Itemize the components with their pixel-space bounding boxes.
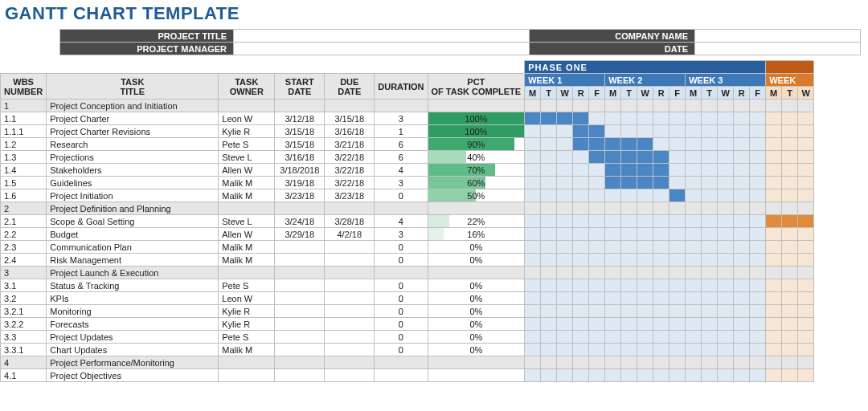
- duration-cell[interactable]: 6: [375, 151, 428, 164]
- gantt-cell[interactable]: [718, 189, 734, 202]
- gantt-cell[interactable]: [557, 241, 573, 254]
- owner-cell[interactable]: Leon W: [219, 292, 275, 305]
- gantt-cell[interactable]: [798, 151, 814, 164]
- gantt-cell[interactable]: [782, 215, 798, 228]
- pct-complete-cell[interactable]: 50%: [428, 189, 525, 202]
- gantt-cell[interactable]: [734, 164, 750, 177]
- gantt-cell[interactable]: [653, 215, 669, 228]
- gantt-cell[interactable]: [686, 344, 702, 356]
- gantt-cell[interactable]: [605, 138, 621, 151]
- gantt-cell[interactable]: [702, 292, 718, 305]
- gantt-cell[interactable]: [702, 241, 718, 254]
- gantt-cell[interactable]: [669, 177, 686, 189]
- due-date-cell[interactable]: [325, 369, 375, 382]
- task-row[interactable]: 4.1Project Objectives: [1, 369, 814, 382]
- gantt-cell[interactable]: [605, 228, 621, 241]
- owner-cell[interactable]: Pete S: [219, 138, 275, 151]
- gantt-cell[interactable]: [798, 369, 814, 382]
- duration-cell[interactable]: 0: [375, 279, 428, 292]
- gantt-cell[interactable]: [702, 228, 718, 241]
- gantt-cell[interactable]: [750, 125, 766, 138]
- gantt-cell[interactable]: [766, 125, 782, 138]
- due-date-cell[interactable]: [325, 292, 375, 305]
- gantt-cell[interactable]: [589, 215, 605, 228]
- gantt-cell[interactable]: [750, 318, 766, 331]
- section-row[interactable]: 3Project Launch & Execution: [1, 267, 814, 279]
- gantt-cell[interactable]: [621, 138, 637, 151]
- task-row[interactable]: 2.4Risk ManagementMalik M00%: [1, 254, 814, 267]
- task-title-cell[interactable]: Project Charter: [47, 112, 219, 125]
- owner-cell[interactable]: Allen W: [219, 228, 275, 241]
- gantt-cell[interactable]: [718, 164, 734, 177]
- gantt-cell[interactable]: [557, 344, 573, 356]
- gantt-cell[interactable]: [653, 279, 669, 292]
- gantt-cell[interactable]: [798, 138, 814, 151]
- gantt-cell[interactable]: [766, 112, 782, 125]
- gantt-cell[interactable]: [541, 279, 557, 292]
- owner-cell[interactable]: Malik M: [219, 344, 275, 356]
- gantt-cell[interactable]: [718, 215, 734, 228]
- gantt-cell[interactable]: [605, 279, 621, 292]
- gantt-cell[interactable]: [557, 112, 573, 125]
- gantt-cell[interactable]: [686, 241, 702, 254]
- gantt-cell[interactable]: [637, 164, 653, 177]
- gantt-cell[interactable]: [621, 164, 637, 177]
- wbs-cell[interactable]: 3.3: [1, 331, 47, 344]
- gantt-cell[interactable]: [702, 177, 718, 189]
- pct-complete-cell[interactable]: 22%: [428, 215, 525, 228]
- gantt-cell[interactable]: [525, 228, 541, 241]
- gantt-cell[interactable]: [734, 112, 750, 125]
- due-date-cell[interactable]: 3/23/18: [325, 189, 375, 202]
- gantt-cell[interactable]: [686, 112, 702, 125]
- duration-cell[interactable]: 0: [375, 292, 428, 305]
- due-date-cell[interactable]: 3/16/18: [325, 125, 375, 138]
- task-title-cell[interactable]: Projections: [47, 151, 219, 164]
- task-row[interactable]: 2.2BudgetAllen W3/29/184/2/18316%: [1, 228, 814, 241]
- wbs-cell[interactable]: 2.2: [1, 228, 47, 241]
- gantt-cell[interactable]: [782, 318, 798, 331]
- gantt-cell[interactable]: [541, 125, 557, 138]
- section-row[interactable]: 1Project Conception and Initiation: [1, 100, 814, 112]
- gantt-cell[interactable]: [589, 228, 605, 241]
- pct-complete-cell[interactable]: 60%: [428, 177, 525, 189]
- company-value[interactable]: [695, 30, 861, 43]
- gantt-cell[interactable]: [766, 189, 782, 202]
- task-row[interactable]: 3.2.2ForecastsKylie R00%: [1, 318, 814, 331]
- gantt-cell[interactable]: [525, 331, 541, 344]
- gantt-cell[interactable]: [541, 164, 557, 177]
- gantt-cell[interactable]: [686, 254, 702, 267]
- gantt-cell[interactable]: [589, 318, 605, 331]
- gantt-cell[interactable]: [621, 305, 637, 318]
- gantt-cell[interactable]: [525, 112, 541, 125]
- gantt-cell[interactable]: [621, 279, 637, 292]
- gantt-cell[interactable]: [525, 164, 541, 177]
- section-row[interactable]: 4Project Performance/Monitoring: [1, 356, 814, 369]
- gantt-cell[interactable]: [669, 112, 686, 125]
- pct-complete-cell[interactable]: 0%: [428, 241, 525, 254]
- gantt-cell[interactable]: [702, 138, 718, 151]
- gantt-cell[interactable]: [734, 292, 750, 305]
- wbs-cell[interactable]: 3.2: [1, 292, 47, 305]
- due-date-cell[interactable]: [325, 318, 375, 331]
- gantt-cell[interactable]: [718, 369, 734, 382]
- gantt-cell[interactable]: [750, 177, 766, 189]
- gantt-cell[interactable]: [669, 228, 686, 241]
- gantt-cell[interactable]: [573, 344, 589, 356]
- gantt-cell[interactable]: [589, 151, 605, 164]
- gantt-cell[interactable]: [637, 125, 653, 138]
- gantt-cell[interactable]: [541, 215, 557, 228]
- gantt-cell[interactable]: [782, 292, 798, 305]
- gantt-cell[interactable]: [653, 189, 669, 202]
- task-title-cell[interactable]: Stakeholders: [47, 164, 219, 177]
- gantt-cell[interactable]: [621, 228, 637, 241]
- gantt-cell[interactable]: [782, 138, 798, 151]
- gantt-cell[interactable]: [557, 151, 573, 164]
- gantt-cell[interactable]: [782, 228, 798, 241]
- gantt-cell[interactable]: [702, 279, 718, 292]
- gantt-cell[interactable]: [605, 151, 621, 164]
- gantt-cell[interactable]: [734, 189, 750, 202]
- gantt-cell[interactable]: [782, 189, 798, 202]
- gantt-cell[interactable]: [621, 369, 637, 382]
- owner-cell[interactable]: Allen W: [219, 164, 275, 177]
- wbs-cell[interactable]: 1.5: [1, 177, 47, 189]
